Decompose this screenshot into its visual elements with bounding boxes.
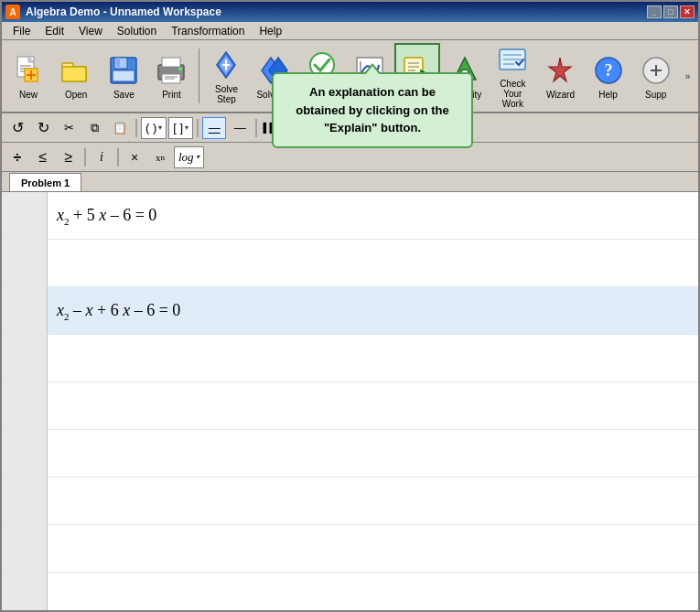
main-toolbar: New Open Save — [2, 40, 698, 113]
supp-button[interactable]: Supp — [633, 43, 679, 109]
supp-label: Supp — [645, 90, 666, 100]
row-number — [2, 192, 48, 239]
menu-file[interactable]: File — [5, 23, 38, 39]
multiply-button[interactable]: × — [123, 146, 146, 168]
toolbar2-sep3 — [255, 119, 257, 137]
close-button[interactable]: ✕ — [680, 5, 695, 18]
undo-button[interactable]: ↺ — [5, 117, 29, 139]
check-your-work-label: CheckYour Work — [492, 79, 533, 109]
paren-label: ( ) — [145, 121, 156, 134]
menu-bar: File Edit View Solution Transformation H… — [2, 22, 698, 40]
math-expression-2: x2 – x + 6 x – 6 = 0 — [57, 301, 180, 320]
row-number — [2, 240, 48, 286]
tab-bar: Problem 1 — [2, 172, 698, 192]
new-button[interactable]: New — [5, 43, 51, 109]
row-number — [2, 573, 48, 612]
log-label: log — [178, 150, 194, 165]
math-sep1 — [84, 148, 86, 166]
bracket-dropdown-arrow[interactable]: ▾ — [185, 123, 188, 132]
help-label: Help — [598, 90, 618, 100]
cut-button[interactable]: ✂ — [57, 117, 81, 139]
open-icon — [59, 53, 93, 88]
check-your-work-icon — [495, 44, 530, 77]
row-number — [2, 430, 48, 477]
menu-edit[interactable]: Edit — [38, 23, 71, 39]
wizard-label: Wizard — [546, 90, 575, 100]
table-row — [2, 382, 698, 430]
bracket-group[interactable]: [ ] ▾ — [168, 117, 193, 139]
table-row — [2, 573, 698, 612]
paste-button[interactable]: 📋 — [108, 117, 132, 139]
help-icon: ? — [591, 53, 626, 88]
bracket-label: [ ] — [173, 121, 183, 134]
svg-text:?: ? — [604, 61, 612, 80]
wizard-button[interactable]: Wizard — [537, 43, 583, 109]
menu-solution[interactable]: Solution — [110, 23, 164, 39]
title-bar: A Algebra Demo - Unnamed Workspace _ □ ✕ — [2, 2, 698, 22]
wizard-icon — [543, 53, 577, 88]
toolbar-separator-1 — [199, 48, 200, 103]
table-row — [2, 335, 698, 382]
table-row — [2, 240, 698, 287]
open-label: Open — [65, 90, 87, 100]
divide-button[interactable]: ÷ — [5, 146, 29, 168]
new-icon — [11, 53, 46, 88]
log-dropdown-arrow[interactable]: ▾ — [196, 153, 199, 161]
help-button[interactable]: ? Help — [586, 43, 631, 109]
math-expression-1: x2 + 5 x – 6 = 0 — [57, 206, 156, 225]
row-container: x2 + 5 x – 6 = 0 x2 – x + 6 x – 6 = 0 — [2, 192, 698, 612]
row-number — [2, 335, 48, 381]
menu-view[interactable]: View — [71, 23, 110, 39]
row-number — [2, 382, 48, 429]
log-group[interactable]: log ▾ — [174, 146, 204, 168]
line-button[interactable]: — — [228, 117, 252, 139]
check-your-work-button[interactable]: CheckYour Work — [490, 43, 535, 109]
solve-step-label: SolveStep — [215, 84, 238, 104]
svg-rect-14 — [113, 70, 135, 81]
table-row: x2 + 5 x – 6 = 0 — [2, 192, 698, 240]
open-button[interactable]: Open — [53, 43, 99, 109]
minimize-button[interactable]: _ — [647, 5, 662, 18]
solve-step-button[interactable]: SolveStep — [203, 43, 249, 109]
tab-problem1[interactable]: Problem 1 — [9, 173, 81, 191]
row-number — [2, 287, 48, 334]
menu-help[interactable]: Help — [252, 23, 289, 39]
underline-button[interactable]: — — [202, 117, 226, 139]
explain-callout: An explanation can be obtained by clicki… — [272, 72, 473, 148]
title-text: A Algebra Demo - Unnamed Workspace — [5, 5, 221, 19]
menu-transformation[interactable]: Transformation — [164, 23, 252, 39]
leq-button[interactable]: ≤ — [31, 146, 55, 168]
info-button[interactable]: i — [90, 146, 113, 168]
print-icon — [154, 53, 188, 88]
copy-button[interactable]: ⧉ — [82, 117, 106, 139]
new-label: New — [19, 90, 38, 100]
subscript-button[interactable]: xn — [148, 146, 172, 168]
redo-button[interactable]: ↻ — [31, 117, 55, 139]
save-button[interactable]: Save — [101, 43, 146, 109]
print-button[interactable]: Print — [148, 43, 194, 109]
row-number — [2, 478, 48, 524]
solve-step-icon — [209, 48, 243, 82]
svg-rect-18 — [178, 68, 182, 70]
save-icon — [106, 53, 141, 88]
maximize-button[interactable]: □ — [663, 5, 678, 18]
row-number — [2, 525, 48, 572]
geq-button[interactable]: ≥ — [57, 146, 81, 168]
table-row: x2 – x + 6 x – 6 = 0 — [2, 287, 698, 335]
workspace-area: x2 + 5 x – 6 = 0 x2 – x + 6 x – 6 = 0 — [2, 192, 698, 612]
parenthesis-group[interactable]: ( ) ▾ — [141, 117, 167, 139]
table-row — [2, 430, 698, 478]
toolbar2-sep2 — [197, 119, 199, 137]
svg-rect-16 — [162, 58, 180, 67]
table-row — [2, 478, 698, 525]
app-icon: A — [5, 5, 20, 19]
svg-rect-10 — [62, 67, 86, 81]
toolbar-more[interactable]: » — [681, 43, 695, 109]
table-row — [2, 525, 698, 573]
math-sep2 — [117, 148, 119, 166]
supp-icon — [639, 53, 673, 88]
save-label: Save — [113, 90, 135, 100]
print-label: Print — [162, 90, 181, 100]
window-title: Algebra Demo - Unnamed Workspace — [26, 5, 221, 18]
paren-dropdown-arrow[interactable]: ▾ — [158, 123, 162, 132]
